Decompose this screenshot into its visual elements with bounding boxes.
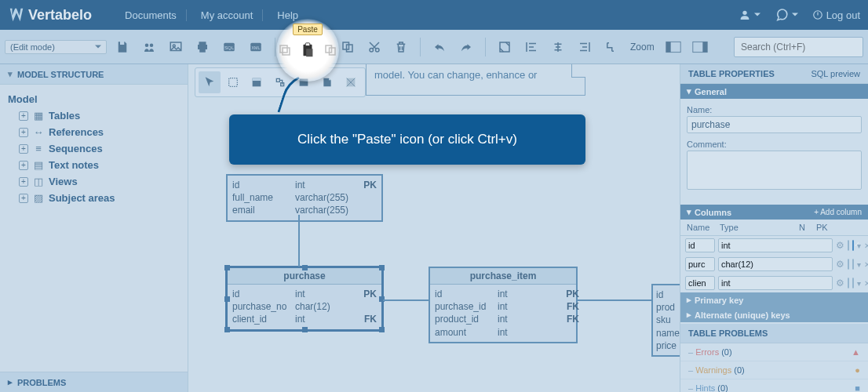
search-input[interactable] bbox=[734, 37, 863, 57]
pointer-tool-icon[interactable] bbox=[199, 71, 221, 93]
entity-client[interactable]: idintPKfull_namevarchar(255)emailvarchar… bbox=[226, 174, 383, 222]
xml-icon[interactable]: XML bbox=[245, 36, 267, 58]
col-type-input[interactable] bbox=[718, 257, 833, 271]
section-ak[interactable]: ▸ Alternate (unique) keys bbox=[680, 307, 868, 322]
model-structure-header[interactable]: ▾MODEL STRUCTURE bbox=[0, 64, 188, 85]
tree-item-subject-areas[interactable]: +▨Subject areas bbox=[8, 190, 180, 206]
delete-icon[interactable] bbox=[390, 36, 412, 58]
panel-title: MODEL STRUCTURE bbox=[17, 70, 104, 79]
column-row[interactable]: ⚙▾ ✕ bbox=[680, 255, 868, 274]
col-type-input[interactable] bbox=[718, 276, 833, 290]
section-pk[interactable]: ▸ Primary key bbox=[680, 292, 868, 307]
mode-selector[interactable]: (Edit mode) bbox=[5, 40, 107, 54]
pk-checkbox[interactable] bbox=[852, 259, 854, 270]
tree-item-sequences[interactable]: +≡Sequences bbox=[8, 140, 180, 157]
redo-icon[interactable] bbox=[455, 36, 477, 58]
col-name-input[interactable] bbox=[685, 276, 715, 290]
copy-icon-dim bbox=[276, 42, 294, 59]
area-tool-icon[interactable] bbox=[340, 71, 362, 93]
null-checkbox[interactable] bbox=[848, 259, 849, 270]
col-name-input[interactable] bbox=[685, 238, 715, 252]
left-sidebar: ▾MODEL STRUCTURE Model +▦Tables+↔Referen… bbox=[0, 64, 188, 392]
gear-icon[interactable]: ⚙ bbox=[836, 278, 844, 289]
entity-product-stub[interactable]: idprodskunameprice bbox=[651, 284, 680, 357]
nav-documents[interactable]: Documents bbox=[115, 9, 187, 21]
user-menu[interactable] bbox=[739, 9, 760, 21]
gear-icon[interactable]: ⚙ bbox=[836, 240, 844, 251]
hints-row[interactable]: – Hints (0)■ bbox=[680, 379, 868, 392]
remove-icon[interactable]: ✕ bbox=[864, 279, 868, 288]
table-tool-icon[interactable] bbox=[246, 71, 268, 93]
svg-rect-32 bbox=[306, 49, 312, 56]
svg-rect-25 bbox=[253, 78, 261, 81]
duplicate-icon[interactable] bbox=[337, 36, 359, 58]
table-problems-header: TABLE PROBLEMS bbox=[680, 324, 868, 343]
col-type-input[interactable] bbox=[718, 238, 833, 252]
layout-left-icon[interactable] bbox=[662, 36, 684, 58]
save-icon[interactable] bbox=[111, 36, 133, 58]
section-columns[interactable]: ▾ Columns+ Add column bbox=[680, 205, 868, 220]
problems-header[interactable]: ▸PROBLEMS bbox=[0, 372, 188, 392]
nav-links: Documents My account Help bbox=[115, 9, 308, 21]
resize-icon[interactable] bbox=[494, 36, 516, 58]
col-name-input[interactable] bbox=[685, 257, 715, 271]
tree-item-references[interactable]: +↔References bbox=[8, 124, 180, 140]
name-label: Name: bbox=[687, 105, 862, 114]
cut-icon[interactable] bbox=[363, 36, 385, 58]
connector bbox=[298, 215, 300, 267]
top-nav: Vertabelo Documents My account Help Log … bbox=[0, 0, 868, 30]
warnings-row[interactable]: – Warnings (0)● bbox=[680, 361, 868, 379]
logo[interactable]: Vertabelo bbox=[8, 6, 92, 24]
column-row[interactable]: ⚙▾ ✕ bbox=[680, 274, 868, 292]
remove-icon[interactable]: ✕ bbox=[864, 241, 868, 250]
select-tool-icon[interactable] bbox=[222, 71, 244, 93]
tutorial-callout: Click the "Paste" icon (or click Ctrl+v) bbox=[229, 114, 585, 165]
svg-point-0 bbox=[742, 11, 746, 15]
chevron-down-icon[interactable]: ▾ bbox=[857, 279, 861, 288]
tree-item-tables[interactable]: +▦Tables bbox=[8, 107, 180, 124]
share-icon[interactable] bbox=[138, 36, 160, 58]
image-icon[interactable] bbox=[165, 36, 187, 58]
align-left-icon[interactable] bbox=[520, 36, 542, 58]
table-name-input[interactable] bbox=[687, 116, 862, 133]
pk-checkbox[interactable] bbox=[852, 240, 854, 251]
tree-root[interactable]: Model bbox=[8, 91, 180, 107]
nav-account[interactable]: My account bbox=[191, 9, 263, 21]
gear-icon[interactable]: ⚙ bbox=[836, 259, 844, 270]
sql-preview-link[interactable]: SQL preview bbox=[811, 69, 860, 78]
errors-row[interactable]: – Errors (0)▲ bbox=[680, 343, 868, 361]
null-checkbox[interactable] bbox=[848, 278, 849, 289]
print-icon[interactable] bbox=[191, 36, 213, 58]
add-column-link[interactable]: + Add column bbox=[814, 208, 862, 216]
svg-rect-31 bbox=[305, 43, 310, 46]
remove-icon[interactable]: ✕ bbox=[864, 260, 868, 269]
entity-purchase[interactable]: purchase idintPKpurchase_nochar(12)clien… bbox=[226, 267, 383, 331]
tree-item-views[interactable]: +◫Views bbox=[8, 173, 180, 190]
route-icon[interactable] bbox=[600, 36, 622, 58]
search-box[interactable] bbox=[734, 37, 863, 57]
paste-icon-highlight[interactable] bbox=[296, 38, 319, 62]
sql-icon[interactable]: SQL bbox=[218, 36, 240, 58]
tree-item-text-notes[interactable]: +▤Text notes bbox=[8, 157, 180, 173]
section-general[interactable]: ▾ General bbox=[680, 84, 868, 99]
entity-purchase-item[interactable]: purchase_item idintPKpurchase_idintFKpro… bbox=[429, 267, 578, 343]
text-note[interactable]: model. You can change, enhance or bbox=[366, 64, 585, 96]
align-center-icon[interactable] bbox=[547, 36, 569, 58]
chat-icon[interactable] bbox=[775, 8, 798, 22]
entity-title: purchase_item bbox=[430, 268, 576, 285]
dup-icon-dim bbox=[322, 42, 339, 59]
comment-input[interactable] bbox=[687, 151, 862, 190]
svg-point-3 bbox=[150, 43, 154, 47]
pk-checkbox[interactable] bbox=[852, 278, 854, 289]
canvas[interactable]: model. You can change, enhance or idintP… bbox=[188, 64, 680, 392]
comment-label: Comment: bbox=[687, 140, 862, 149]
logout-button[interactable]: Log out bbox=[812, 9, 860, 21]
layout-right-icon[interactable] bbox=[689, 36, 711, 58]
align-right-icon[interactable] bbox=[574, 36, 596, 58]
null-checkbox[interactable] bbox=[848, 240, 849, 251]
table-properties-header: TABLE PROPERTIES SQL preview bbox=[680, 64, 868, 84]
chevron-down-icon[interactable]: ▾ bbox=[857, 260, 861, 269]
svg-rect-28 bbox=[283, 48, 290, 55]
column-row[interactable]: ⚙▾ ✕ bbox=[680, 236, 868, 255]
undo-icon[interactable] bbox=[429, 36, 450, 58]
